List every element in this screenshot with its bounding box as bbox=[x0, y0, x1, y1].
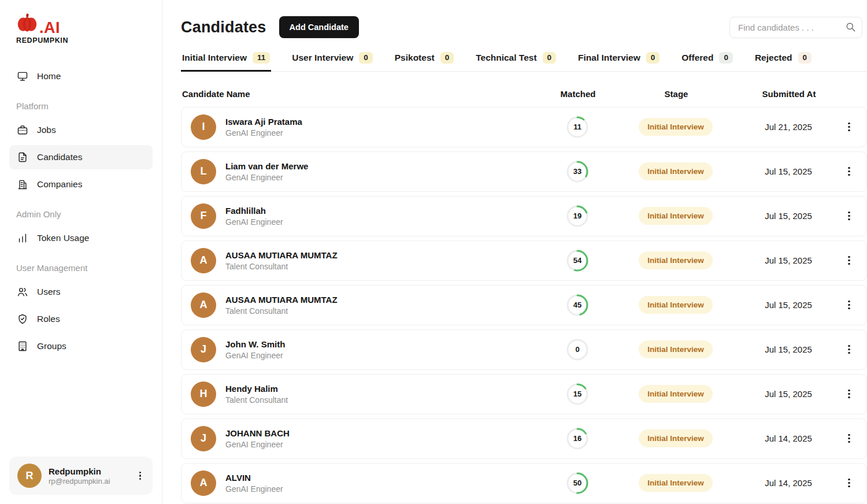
candidate-list: I Iswara Aji Pratama GenAI Engineer 11 I… bbox=[181, 107, 867, 504]
matched-score-ring: 19 bbox=[566, 205, 589, 228]
tab-label: Rejected bbox=[755, 53, 792, 63]
matched-score-value: 16 bbox=[566, 427, 589, 450]
add-candidate-button[interactable]: Add Candidate bbox=[279, 16, 359, 38]
candidate-role: GenAI Engineer bbox=[225, 173, 308, 182]
sidebar-section-platform: Platform bbox=[9, 101, 153, 111]
submitted-date: Jul 14, 2025 bbox=[765, 433, 812, 443]
sidebar-item-label: Users bbox=[37, 287, 60, 297]
stage-badge: Initial Interview bbox=[639, 162, 713, 180]
sidebar-item-roles[interactable]: Roles bbox=[9, 307, 153, 331]
tab-count-badge: 0 bbox=[359, 52, 373, 64]
candidate-role: Talent Consultant bbox=[225, 395, 288, 405]
candidate-avatar: I bbox=[191, 114, 216, 140]
tab-count-badge: 0 bbox=[440, 52, 454, 64]
candidate-row[interactable]: J John W. Smith GenAI Engineer 0 Initial… bbox=[181, 329, 867, 370]
candidate-row[interactable]: L Liam van der Merwe GenAI Engineer 33 I… bbox=[181, 151, 867, 192]
sidebar-item-home[interactable]: Home bbox=[9, 64, 153, 88]
matched-score-ring: 33 bbox=[566, 160, 589, 183]
candidate-avatar: L bbox=[191, 159, 216, 184]
candidate-role: GenAI Engineer bbox=[225, 351, 285, 360]
candidate-role: Talent Consultant bbox=[225, 306, 338, 316]
submitted-date: Jul 15, 2025 bbox=[765, 344, 812, 354]
candidate-row[interactable]: F Fadhlillah GenAI Engineer 19 Initial I… bbox=[181, 196, 867, 236]
stage-badge: Initial Interview bbox=[639, 207, 713, 225]
row-menu-button[interactable] bbox=[844, 386, 853, 402]
tab-label: Psikotest bbox=[395, 53, 435, 63]
tab-offered[interactable]: Offered 0 bbox=[680, 52, 734, 71]
sidebar-item-label: Home bbox=[37, 71, 61, 81]
app-window: .AI REDPUMPKIN Home Platform Jobs Candid… bbox=[0, 0, 867, 504]
matched-score-ring: 16 bbox=[566, 427, 589, 450]
candidate-role: GenAI Engineer bbox=[225, 217, 283, 227]
tab-label: User Interview bbox=[292, 53, 353, 63]
candidate-role: Talent Consultant bbox=[225, 262, 338, 271]
briefcase-icon bbox=[16, 124, 29, 136]
row-menu-button[interactable] bbox=[844, 164, 853, 179]
submitted-date: Jul 21, 2025 bbox=[765, 122, 812, 132]
tab-psikotest[interactable]: Psikotest 0 bbox=[394, 52, 455, 71]
tab-initial-interview[interactable]: Initial Interview 11 bbox=[181, 52, 271, 71]
tab-technical-test[interactable]: Technical Test 0 bbox=[475, 52, 557, 71]
candidate-row[interactable]: H Hendy Halim Talent Consultant 15 Initi… bbox=[181, 374, 867, 414]
candidate-avatar: H bbox=[191, 381, 216, 407]
candidate-role: GenAI Engineer bbox=[225, 128, 302, 138]
brand-name: REDPUMPKIN bbox=[16, 36, 153, 45]
candidate-row[interactable]: A AUSAA MUTIARA MUMTAZ Talent Consultant… bbox=[181, 285, 867, 325]
sidebar-item-label: Companies bbox=[37, 179, 82, 190]
row-menu-button[interactable] bbox=[844, 208, 853, 224]
tab-final-interview[interactable]: Final Interview 0 bbox=[577, 52, 661, 71]
candidate-avatar: A bbox=[191, 470, 216, 496]
matched-score-ring: 11 bbox=[566, 116, 589, 139]
candidate-avatar: F bbox=[191, 203, 216, 229]
sidebar-item-label: Token Usage bbox=[37, 233, 89, 243]
candidate-name: JOHANN BACH bbox=[225, 428, 290, 438]
user-card[interactable]: R Redpumpkin rp@redpumpkin.ai bbox=[9, 457, 153, 495]
monitor-icon bbox=[16, 70, 29, 83]
row-menu-button[interactable] bbox=[844, 475, 853, 491]
candidate-row[interactable]: J JOHANN BACH GenAI Engineer 16 Initial … bbox=[181, 418, 867, 459]
row-menu-button[interactable] bbox=[844, 297, 853, 313]
matched-score-ring: 0 bbox=[566, 338, 589, 361]
candidate-name: AUSAA MUTIARA MUMTAZ bbox=[225, 295, 338, 305]
submitted-date: Jul 14, 2025 bbox=[765, 478, 812, 488]
sidebar-item-candidates[interactable]: Candidates bbox=[9, 145, 153, 169]
row-menu-button[interactable] bbox=[844, 119, 853, 135]
tab-count-badge: 0 bbox=[543, 52, 557, 64]
sidebar-item-groups[interactable]: Groups bbox=[9, 334, 153, 358]
candidate-avatar: J bbox=[191, 426, 216, 451]
sidebar-item-label: Groups bbox=[37, 341, 66, 351]
user-menu-button[interactable] bbox=[136, 468, 144, 484]
candidate-row[interactable]: A AUSAA MUTIARA MUMTAZ Talent Consultant… bbox=[181, 240, 867, 281]
stage-badge: Initial Interview bbox=[639, 474, 713, 492]
sidebar-item-companies[interactable]: Companies bbox=[9, 172, 153, 197]
tab-rejected[interactable]: Rejected 0 bbox=[754, 52, 813, 71]
row-menu-button[interactable] bbox=[844, 431, 853, 446]
sidebar-item-jobs[interactable]: Jobs bbox=[9, 118, 153, 142]
matched-score-value: 11 bbox=[566, 116, 589, 139]
column-header-matched: Matched bbox=[549, 89, 607, 99]
tab-label: Initial Interview bbox=[182, 53, 247, 63]
tab-label: Offered bbox=[681, 53, 713, 63]
sidebar-item-label: Roles bbox=[37, 314, 60, 324]
tab-label: Technical Test bbox=[476, 53, 536, 63]
matched-score-value: 0 bbox=[566, 338, 589, 361]
sidebar-item-token-usage[interactable]: Token Usage bbox=[9, 226, 153, 250]
candidate-row[interactable]: I Iswara Aji Pratama GenAI Engineer 11 I… bbox=[181, 107, 867, 147]
column-header-submitted: Submitted At bbox=[746, 89, 832, 99]
user-avatar: R bbox=[17, 464, 42, 488]
stage-badge: Initial Interview bbox=[639, 296, 713, 314]
matched-score-value: 19 bbox=[566, 205, 589, 228]
row-menu-button[interactable] bbox=[844, 253, 853, 268]
sidebar-item-users[interactable]: Users bbox=[9, 280, 153, 304]
candidate-row[interactable]: A ALVIN GenAI Engineer 50 Initial Interv… bbox=[181, 463, 867, 503]
tab-user-interview[interactable]: User Interview 0 bbox=[291, 52, 373, 71]
search-input[interactable] bbox=[729, 17, 862, 38]
sidebar-item-label: Candidates bbox=[37, 152, 82, 162]
matched-score-value: 45 bbox=[566, 294, 589, 317]
page-title: Candidates bbox=[181, 18, 266, 36]
stage-badge: Initial Interview bbox=[639, 118, 713, 136]
submitted-date: Jul 15, 2025 bbox=[765, 300, 812, 310]
stage-badge: Initial Interview bbox=[639, 251, 713, 269]
candidate-name: Liam van der Merwe bbox=[225, 161, 308, 171]
row-menu-button[interactable] bbox=[844, 342, 853, 357]
